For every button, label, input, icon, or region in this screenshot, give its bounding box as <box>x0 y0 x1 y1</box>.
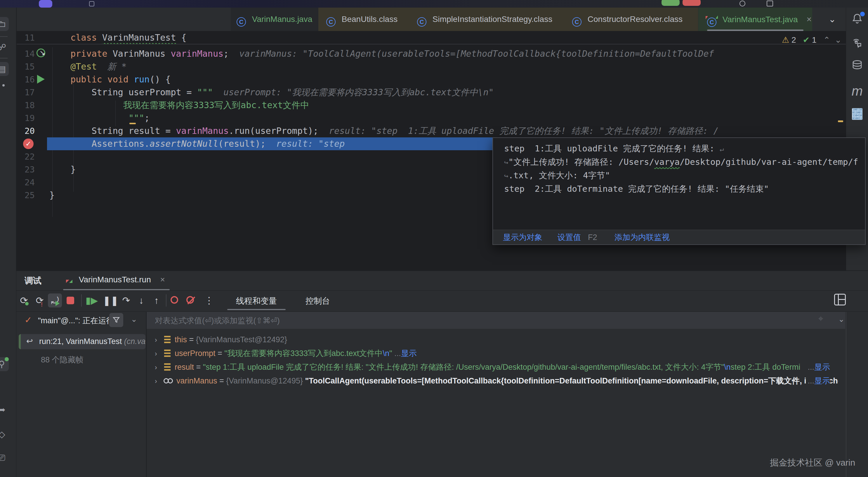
titlebar-small-icon <box>89 1 94 6</box>
titlebar-circle-icon <box>740 1 745 6</box>
line-number: 11 <box>17 31 35 44</box>
chevron-down-icon[interactable]: ⌄ <box>829 14 836 24</box>
stack-frame-selected[interactable]: ↩ run:21, VarinManusTest (cn.vari <box>19 334 146 349</box>
step-into-icon[interactable]: ↓ <box>134 290 148 311</box>
tab-beanutils-class[interactable]: C BeanUtils.class <box>326 8 398 31</box>
titlebar-square-icon <box>767 1 773 6</box>
step-over-icon[interactable]: ↷ <box>119 290 133 311</box>
line-number: 24 <box>17 176 35 189</box>
pane-divider[interactable] <box>146 312 147 477</box>
debug-panel: 调试 VarinManusTest.run × ⟳ ⟳! ⤾ ▮▶ ❚❚ ↷ ↓… <box>17 270 868 477</box>
set-value-link[interactable]: 设置值 <box>558 233 581 242</box>
check-icon: ✔ <box>803 35 810 44</box>
kebab-menu-icon[interactable]: ⋮ <box>202 290 216 311</box>
stop-icon[interactable] <box>67 297 74 304</box>
chevron-right-icon[interactable]: › <box>155 333 163 347</box>
add-inline-watch-link[interactable]: 添加为内联监视 <box>615 233 670 242</box>
view-breakpoints-icon[interactable] <box>170 296 178 304</box>
notifications-bell-icon[interactable] <box>850 13 864 27</box>
ai-assistant-icon[interactable] <box>850 37 864 51</box>
evaluate-expression-bar[interactable]: 对表达式求值(⏎)或添加监视(⇧⌘⏎) ⌖ ⌄ <box>147 312 845 329</box>
titlebar-accent-badge <box>39 0 52 8</box>
variable-row-varinmanus[interactable]: ›varinManus = {VarinManus@12495} "ToolCa… <box>155 374 838 388</box>
debug-session-tab[interactable]: VarinManusTest.run × <box>66 275 165 285</box>
test-class-icon: C <box>707 18 716 27</box>
line-number: 16 <box>17 73 35 86</box>
warning-icon: ⚠ <box>782 35 789 44</box>
layout-settings-icon[interactable] <box>834 294 846 305</box>
warning-mark <box>129 123 136 124</box>
show-as-object-link[interactable]: 显示为对象 <box>503 233 542 242</box>
rerun-failed-tests-icon[interactable]: ⟳! <box>33 290 47 311</box>
inspections-widget[interactable]: ⚠ 2 ✔ 1 ⌃ ⌄ <box>782 35 841 45</box>
tab-varinmanustest-java[interactable]: C VarinManusTest.java × <box>698 8 812 31</box>
pause-icon[interactable]: ❚❚ <box>103 290 117 311</box>
divider <box>166 294 166 307</box>
tab-simpleinstantiationstrategy-class[interactable]: C SimpleInstantiationStrategy.class <box>417 8 552 31</box>
object-icon <box>168 378 173 384</box>
variable-row-result[interactable]: ›result = "step 1:工具 uploadFile 完成了它的任务!… <box>155 360 838 374</box>
show-full-value-chip[interactable]: ...显示 <box>806 360 830 374</box>
tab-varinmanus-java[interactable]: C VarinManus.java <box>231 8 318 31</box>
debug-active-dot <box>5 357 9 361</box>
sticky-line: 11 class VarinManusTest { <box>17 31 846 44</box>
problems-toolwindow-button[interactable]: ◇ <box>0 427 9 441</box>
line-number: 18 <box>17 99 35 112</box>
popup-text-line: step 1:工具 uploadFile 完成了它的任务! 结果: ↵ <box>504 142 858 155</box>
divider <box>81 294 82 307</box>
tab-console[interactable]: 控制台 <box>306 296 330 307</box>
terminal-toolwindow-button[interactable]: ⎚ <box>0 451 9 465</box>
commit-toolwindow-button[interactable]: ☍ <box>0 40 9 54</box>
notification-badge <box>860 12 865 17</box>
class-icon: C <box>237 17 246 27</box>
hidden-frames-label[interactable]: 88 个隐藏帧 <box>41 355 84 365</box>
close-icon[interactable]: × <box>806 14 812 24</box>
expand-icon[interactable]: ⌄ <box>838 315 845 324</box>
mute-breakpoints-icon[interactable] <box>186 296 194 304</box>
run-button[interactable] <box>661 0 680 6</box>
matrix-plugin-icon[interactable]: 100110 011001 110410 010011 110100 <box>850 108 864 122</box>
show-execution-point-icon[interactable]: ▮▶ <box>85 290 99 311</box>
add-watch-icon[interactable]: ⌖ <box>818 314 823 324</box>
tab-constructorresolver-class[interactable]: C ConstructorResolver.class <box>572 8 683 31</box>
wrap-icon: ↪ <box>504 158 508 167</box>
field-icon <box>164 350 170 357</box>
show-full-value-chip[interactable]: ...显示 <box>806 374 830 388</box>
line-number: 14 <box>17 47 35 60</box>
chevron-right-icon[interactable]: › <box>155 347 163 360</box>
variable-row-userprompt[interactable]: ›userPrompt = "我现在需要将内容3333写入到abc.text文件… <box>155 347 838 360</box>
watermark: 掘金技术社区 @ varin <box>770 457 855 469</box>
popup-text-line: ↪"文件上传成功! 存储路径: /Users/varya/Desktop/git… <box>504 155 858 169</box>
next-problem-icon[interactable]: ⌄ <box>835 35 841 44</box>
line-number: 20 <box>17 124 35 138</box>
prev-problem-icon[interactable]: ⌃ <box>823 35 830 44</box>
resume-program-icon[interactable]: ⤾ <box>48 290 62 311</box>
shortcut-hint: F2 <box>588 233 597 242</box>
background-titlebar <box>0 0 868 8</box>
database-icon[interactable] <box>850 60 864 73</box>
code-line-20: String result = varinManus.run(userPromp… <box>49 124 846 138</box>
thread-selector[interactable]: ✓ "main"@...": 正在运行 ⌄ <box>17 312 146 329</box>
breakpoint-icon[interactable]: ✓ <box>23 139 34 149</box>
popup-text-line: ↪.txt, 文件大小: 4字节" <box>504 169 858 182</box>
variable-row-this[interactable]: ›this = {VarinManusTest@12492} <box>155 333 838 347</box>
popup-actions: 显示为对象 设置值 F2 添加为内联监视 <box>493 230 865 244</box>
maven-icon[interactable]: m <box>850 83 864 97</box>
wrap-icon: ↵ <box>720 145 724 153</box>
filter-button[interactable] <box>109 313 123 327</box>
more-toolwindows-dot[interactable] <box>2 84 5 87</box>
close-icon[interactable]: × <box>160 275 165 284</box>
debug-panel-title[interactable]: 调试 <box>25 275 41 287</box>
step-out-icon[interactable]: ↑ <box>150 290 163 311</box>
show-full-value-link[interactable]: 显示 <box>401 349 417 358</box>
run-test-gutter-icon[interactable] <box>37 75 45 84</box>
rerun-icon[interactable]: ⟳ <box>17 290 31 311</box>
tab-threads-variables[interactable]: 线程和变量 <box>236 296 277 307</box>
code-line-18: 我现在需要将内容3333写入到abc.text文件中 <box>49 99 846 112</box>
chevron-down-icon[interactable]: ⌄ <box>131 315 137 324</box>
stop-button[interactable] <box>683 0 701 6</box>
services-toolwindow-button[interactable]: ➦ <box>0 403 9 417</box>
chevron-right-icon[interactable]: › <box>155 361 163 374</box>
run-field-gutter-icon[interactable]: ↘ <box>36 49 45 57</box>
chevron-right-icon[interactable]: › <box>155 375 163 388</box>
